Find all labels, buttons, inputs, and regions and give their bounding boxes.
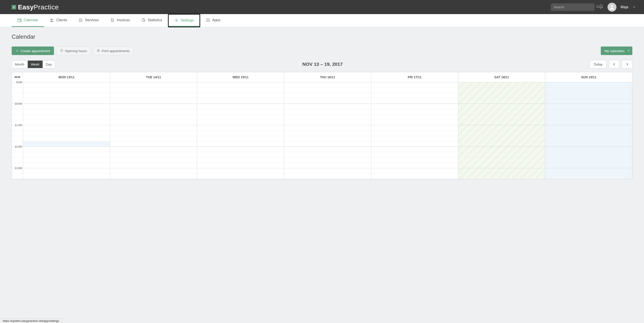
create-appointment-button[interactable]: ＋ Create appointment — [12, 46, 54, 55]
svg-rect-19 — [208, 21, 208, 22]
next-week-button[interactable] — [622, 60, 632, 68]
user-name[interactable]: Maja — [620, 5, 628, 9]
app-logo[interactable]: EasyPractice — [12, 3, 59, 11]
print-appointments-button[interactable]: Print appointments — [93, 46, 134, 55]
clock-icon — [60, 49, 63, 53]
day-column-fri[interactable] — [371, 82, 458, 179]
view-segment: Month Week Day — [12, 60, 55, 68]
button-label: Opening hours — [65, 49, 87, 53]
day-column-sun[interactable] — [545, 82, 632, 179]
svg-rect-15 — [206, 20, 207, 20]
svg-point-2 — [611, 5, 613, 7]
svg-rect-13 — [208, 18, 208, 19]
day-header: TUE 14/11 — [110, 72, 197, 82]
status-url: https://system.easypractice.net/app/sett… — [0, 319, 62, 323]
date-nav-buttons: Today — [590, 60, 632, 68]
apps-icon — [206, 18, 210, 22]
day-column-sat[interactable] — [458, 82, 546, 179]
calendar-grid: W46 MON 13/11 TUE 14/11 WED 15/11 THU 16… — [12, 72, 632, 179]
nav-settings-highlight: Settings — [168, 14, 200, 27]
today-button[interactable]: Today — [590, 60, 606, 68]
svg-point-6 — [50, 19, 52, 20]
logo-check-icon — [12, 5, 16, 9]
nav-label: Clients — [56, 18, 67, 22]
view-day-button[interactable]: Day — [43, 61, 55, 68]
svg-rect-12 — [206, 18, 207, 19]
button-label: My calendars — [604, 49, 624, 53]
search-box[interactable] — [551, 3, 594, 11]
button-label: Create appointment — [20, 49, 50, 53]
time-label: 13:00 — [12, 166, 23, 170]
nav-label: Settings — [181, 18, 194, 22]
invoices-icon — [110, 18, 114, 22]
svg-point-7 — [52, 19, 53, 20]
svg-rect-16 — [208, 20, 208, 20]
nav-calendar[interactable]: Calendar — [12, 14, 44, 27]
plus-icon: ＋ — [16, 49, 19, 53]
svg-rect-5 — [20, 20, 21, 21]
time-label: 11:00 — [12, 123, 23, 127]
svg-rect-18 — [206, 21, 207, 22]
day-column-mon[interactable] — [23, 82, 110, 179]
svg-rect-20 — [209, 21, 210, 22]
print-icon — [97, 49, 100, 53]
date-range-title: NOV 13 – 19, 2017 — [55, 61, 590, 67]
day-column-tue[interactable] — [110, 82, 197, 179]
day-header: MON 13/11 — [23, 72, 110, 82]
svg-point-0 — [596, 5, 598, 7]
my-calendars-dropdown[interactable]: My calendars — [601, 46, 632, 55]
day-header: FRI 17/11 — [371, 72, 458, 82]
notifications-icon[interactable] — [598, 4, 604, 10]
nav-services[interactable]: Services — [73, 14, 104, 27]
user-menu-caret-icon[interactable] — [633, 7, 635, 7]
view-month-button[interactable]: Month — [12, 61, 28, 68]
logo-text-easy: Easy — [18, 3, 34, 11]
day-column-thu[interactable] — [284, 82, 371, 179]
nav-statistics[interactable]: Statistics — [136, 14, 168, 27]
calendar-icon — [18, 18, 22, 22]
nav-label: Invoices — [117, 18, 130, 22]
view-controls-row: Month Week Day NOV 13 – 19, 2017 Today — [12, 60, 632, 68]
clients-icon — [50, 18, 54, 22]
time-label: 12:00 — [12, 145, 23, 148]
time-label: 9:00 — [12, 80, 23, 84]
button-label: Print appointments — [102, 49, 130, 53]
day-header: THU 16/11 — [284, 72, 371, 82]
logo-text-practice: Practice — [34, 3, 59, 11]
main-nav: Calendar Clients Services Invoices Stati… — [0, 14, 644, 27]
prev-week-button[interactable] — [609, 60, 619, 68]
page-title: Calendar — [12, 33, 632, 40]
day-header: SAT 18/11 — [458, 72, 546, 82]
topbar: EasyPractice Maja — [0, 0, 644, 14]
day-header: WED 15/11 — [197, 72, 284, 82]
time-label: 10:00 — [12, 102, 23, 105]
svg-rect-22 — [98, 49, 99, 50]
nav-label: Calendar — [24, 18, 38, 22]
calendar-header-row: W46 MON 13/11 TUE 14/11 WED 15/11 THU 16… — [12, 72, 632, 82]
svg-rect-14 — [209, 18, 210, 19]
nav-clients[interactable]: Clients — [44, 14, 73, 27]
nav-label: Services — [85, 18, 99, 22]
nav-label: Apps — [212, 18, 220, 22]
view-week-button[interactable]: Week — [28, 61, 43, 68]
svg-rect-17 — [209, 20, 210, 20]
calendar-toolbar: ＋ Create appointment Opening hours Print… — [12, 46, 632, 55]
page-content: Calendar ＋ Create appointment Opening ho… — [0, 27, 644, 185]
nav-invoices[interactable]: Invoices — [104, 14, 136, 27]
opening-hours-button[interactable]: Opening hours — [56, 46, 91, 55]
search-input[interactable] — [554, 5, 596, 9]
day-header: SUN 19/11 — [545, 72, 632, 82]
statistics-icon — [142, 18, 146, 22]
time-column: 9:0010:0011:0012:0013:00 — [12, 82, 23, 179]
svg-point-11 — [176, 20, 177, 21]
chevron-down-icon — [628, 50, 630, 51]
day-column-wed[interactable] — [197, 82, 284, 179]
nav-apps[interactable]: Apps — [200, 14, 226, 27]
avatar[interactable] — [608, 3, 616, 12]
nav-settings[interactable]: Settings — [168, 14, 200, 27]
calendar-body: 9:0010:0011:0012:0013:00 — [12, 82, 632, 179]
services-icon — [79, 18, 83, 22]
nav-label: Statistics — [148, 18, 162, 22]
gear-icon — [174, 18, 178, 22]
